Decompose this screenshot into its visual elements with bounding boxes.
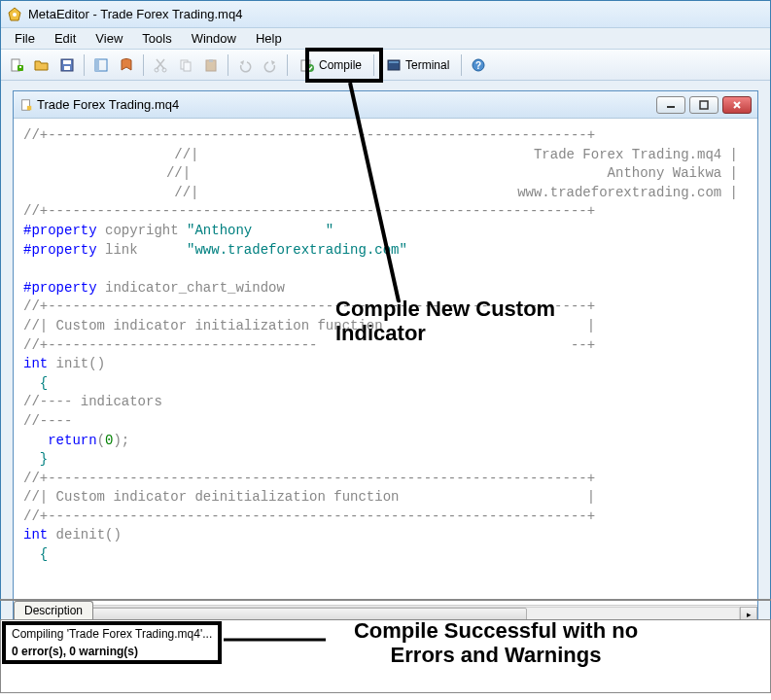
paste-button[interactable] — [199, 53, 223, 77]
toolbar-separator — [373, 54, 374, 76]
svg-rect-5 — [63, 60, 71, 64]
app-icon — [7, 7, 22, 22]
help-button[interactable]: ? — [467, 53, 490, 77]
menu-view[interactable]: View — [86, 29, 132, 48]
compile-button[interactable]: Compile — [293, 53, 368, 77]
svg-rect-18 — [389, 61, 399, 63]
terminal-button[interactable]: Terminal — [379, 53, 456, 77]
code-editor-window: Trade Forex Trading.mq4 //+-------------… — [13, 90, 758, 623]
code-line: //+-------------------------------------… — [23, 126, 748, 146]
svg-rect-12 — [184, 62, 191, 71]
svg-rect-8 — [95, 59, 99, 71]
terminal-label: Terminal — [405, 58, 449, 72]
copy-button[interactable] — [174, 53, 197, 77]
undo-button[interactable] — [233, 53, 257, 77]
compile-result-line: 0 error(s), 0 warning(s) — [6, 643, 218, 660]
menu-tools[interactable]: Tools — [132, 29, 181, 48]
file-icon — [19, 98, 33, 112]
compile-label: Compile — [319, 58, 362, 72]
menu-file[interactable]: File — [5, 29, 45, 48]
nav-button[interactable] — [89, 53, 113, 77]
svg-rect-22 — [27, 105, 31, 109]
annotation-compile: Compile New Custom Indicator — [335, 297, 588, 346]
toolbar-separator — [84, 54, 85, 76]
description-tab[interactable]: Description — [14, 601, 93, 619]
menu-help[interactable]: Help — [246, 29, 292, 48]
menu-edit[interactable]: Edit — [45, 29, 86, 48]
toolbar-separator — [143, 54, 144, 76]
code-window-title: Trade Forex Trading.mq4 — [37, 97, 656, 112]
menu-window[interactable]: Window — [182, 29, 246, 48]
svg-rect-24 — [700, 101, 708, 109]
minimize-button[interactable] — [656, 96, 685, 114]
open-file-button[interactable] — [30, 53, 53, 77]
svg-rect-14 — [209, 59, 213, 62]
toolbar: Compile Terminal ? — [1, 50, 770, 81]
cut-button[interactable] — [149, 53, 172, 77]
toolbar-separator — [461, 54, 462, 76]
toolbar-separator — [287, 54, 288, 76]
main-titlebar: MetaEditor - Trade Forex Trading.mq4 — [1, 1, 770, 28]
svg-rect-6 — [64, 66, 70, 70]
redo-button[interactable] — [259, 53, 282, 77]
save-button[interactable] — [55, 53, 79, 77]
menubar: File Edit View Tools Window Help — [1, 28, 770, 50]
maximize-button[interactable] — [689, 96, 718, 114]
svg-text:?: ? — [475, 60, 481, 71]
code-editor[interactable]: //+-------------------------------------… — [14, 119, 757, 605]
window-title: MetaEditor - Trade Forex Trading.mq4 — [28, 7, 242, 21]
annotation-success: Compile Successful with no Errors and Wa… — [331, 618, 661, 668]
compile-status-line: Compiling 'Trade Forex Trading.mq4'... — [6, 625, 218, 643]
bookmark-button[interactable] — [115, 53, 138, 77]
svg-point-1 — [13, 13, 17, 17]
new-file-button[interactable] — [5, 53, 28, 77]
close-button[interactable] — [722, 96, 752, 114]
toolbar-separator — [228, 54, 228, 76]
